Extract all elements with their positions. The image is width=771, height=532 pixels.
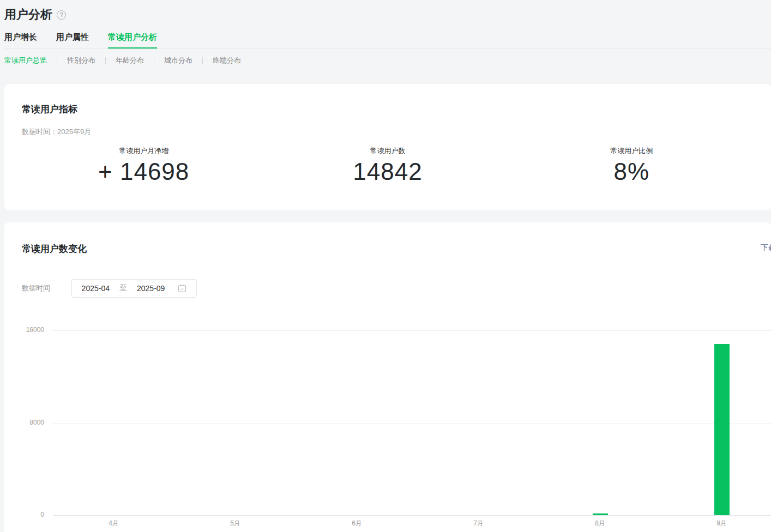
metric-label: 常读用户数 [266,146,509,156]
x-tick-label: 4月 [98,519,130,528]
divider [154,57,154,64]
y-tick-label: 0 [4,511,44,518]
tab-bar: 用户增长 用户属性 常读用户分析 [4,32,771,49]
tab-user-attributes[interactable]: 用户属性 [56,32,89,49]
subtab-terminal-distribution[interactable]: 终端分布 [213,56,241,65]
date-row: 数据时间 2025-04 至 2025-09 [4,279,771,298]
subtab-city-distribution[interactable]: 城市分布 [164,56,192,65]
grid-line [53,423,771,424]
metrics-data-time: 数据时间：2025年9月 [22,127,754,137]
metric-value: 14842 [266,158,509,185]
subtab-regular-reader-overview[interactable]: 常读用户总览 [4,56,47,65]
bar-chart: 08000160004月5月6月7月8月9月 [4,321,771,532]
x-tick-label: 8月 [584,519,617,528]
chart-card-title: 常读用户数变化 [22,243,754,255]
subtab-bar: 常读用户总览 性别分布 年龄分布 城市分布 终端分布 [4,56,771,65]
x-tick-label: 6月 [341,519,374,528]
metric-monthly-net-increase: 常读用户月净增 + 14698 [22,146,266,185]
y-tick-label: 8000 [4,419,44,426]
divider [202,57,203,64]
y-tick-label: 16000 [4,326,44,334]
metric-label: 常读用户月净增 [22,146,266,156]
divider [105,57,106,64]
page-title: 用户分析 [4,7,52,23]
help-question-icon[interactable]: ? [57,10,66,20]
date-range-separator: 至 [119,283,127,293]
metric-regular-reader-count: 常读用户数 14842 [266,146,509,185]
calendar-icon [178,284,186,293]
page-header: 用户分析 ? 用户增长 用户属性 常读用户分析 常读用户总览 性别分布 年龄分布… [0,0,771,65]
x-tick-label: 7月 [462,519,495,528]
date-range-picker[interactable]: 2025-04 至 2025-09 [71,279,197,298]
metric-value: 8% [510,158,754,185]
regular-reader-metrics-card: 常读用户指标 数据时间：2025年9月 常读用户月净增 + 14698 常读用户… [4,84,771,210]
date-time-label: 数据时间 [22,283,50,293]
title-row: 用户分析 ? [4,7,771,23]
metric-label: 常读用户比例 [510,146,754,156]
bar-9月 [714,344,730,515]
subtab-gender-distribution[interactable]: 性别分布 [67,56,95,65]
tab-regular-reader-analysis[interactable]: 常读用户分析 [108,32,157,49]
x-tick-label: 9月 [706,519,738,528]
download-link[interactable]: 下载 [761,243,771,253]
metric-regular-reader-ratio: 常读用户比例 8% [510,146,754,185]
chart-card-head: 常读用户数变化 [4,243,771,255]
metric-value: + 14698 [22,158,266,185]
metrics-row: 常读用户月净增 + 14698 常读用户数 14842 常读用户比例 8% [22,146,754,185]
regular-reader-change-card: 常读用户数变化 下载 数据时间 2025-04 至 2025-09 [4,222,771,532]
divider [57,57,57,64]
subtab-age-distribution[interactable]: 年龄分布 [116,56,144,65]
tab-user-growth[interactable]: 用户增长 [4,32,37,49]
x-tick-label: 5月 [219,519,252,528]
metrics-card-title: 常读用户指标 [22,103,754,116]
x-axis-line [53,515,771,516]
date-range-start[interactable]: 2025-04 [82,284,110,293]
grid-line [53,330,771,331]
date-range-end[interactable]: 2025-09 [137,284,165,293]
bar-8月 [593,513,608,515]
